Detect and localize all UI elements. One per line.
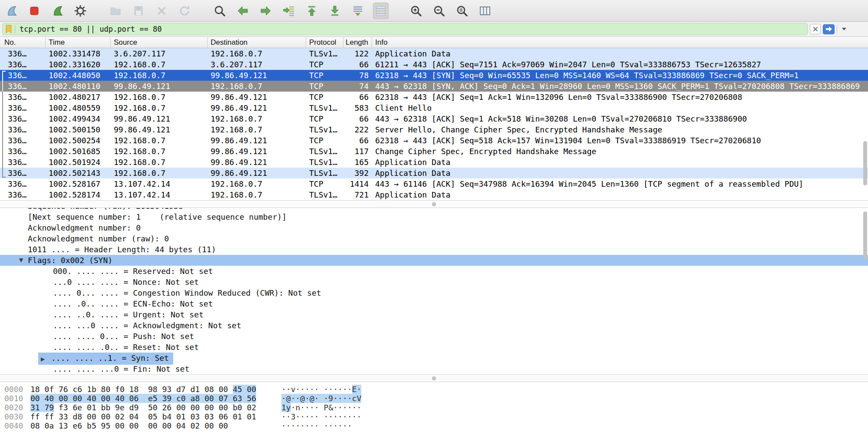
stop-capture-button[interactable] (26, 3, 42, 19)
packet-row[interactable]: 336…1002.3314783.6.207.117192.168.0.7TLS… (0, 48, 868, 59)
packet-cell-length: 66 (343, 92, 372, 102)
hex-row[interactable]: 000018 0f 76 c6 1b 80 f0 18 98 93 d7 d1 … (0, 385, 868, 394)
packet-row[interactable]: 336…1002.48011099.86.49.121192.168.0.7TC… (0, 81, 868, 92)
packet-cell-destination: 192.168.0.7 (208, 113, 306, 124)
hex-row[interactable]: 004008 0a 13 e6 b5 95 00 00 00 00 04 02 … (0, 421, 868, 430)
packet-row[interactable]: 336…1002.331620192.168.0.73.6.207.117TCP… (0, 59, 868, 70)
detail-row[interactable]: 000. .... .... = Reserved: Not set (0, 266, 868, 277)
save-file-button[interactable] (131, 3, 146, 19)
zoom-in-button[interactable] (408, 3, 424, 19)
detail-row[interactable]: Sequence number (raw): 2665041958 (0, 208, 868, 211)
detail-row[interactable]: .... 0... .... = Congestion Window Reduc… (0, 287, 868, 298)
gear-icon (74, 4, 87, 17)
resize-columns-button[interactable] (477, 3, 493, 19)
detail-row[interactable]: ▼Flags: 0x002 (SYN) (0, 255, 868, 266)
detail-row[interactable]: [Next sequence number: 1 (relative seque… (0, 211, 868, 222)
zoom-out-button[interactable] (431, 3, 447, 19)
restart-capture-button[interactable] (50, 3, 65, 19)
reload-file-button[interactable] (177, 3, 192, 19)
packet-cell-protocol: TLSv1… (306, 102, 343, 113)
details-scrollbar-thumb[interactable] (863, 211, 867, 260)
packet-row[interactable]: 336…1002.49943499.86.49.121192.168.0.7TC… (0, 113, 868, 124)
packet-row[interactable]: 336…1002.52817413.107.42.14192.168.0.7TL… (0, 189, 868, 200)
packet-row[interactable]: 336…1002.501685192.168.0.799.86.49.121TL… (0, 146, 868, 157)
zoom-original-button[interactable] (454, 3, 470, 19)
packet-row[interactable]: 336…1002.480217192.168.0.799.86.49.121TC… (0, 92, 868, 102)
go-to-packet-button[interactable] (281, 3, 297, 19)
packet-cell-source: 192.168.0.7 (111, 135, 208, 146)
packet-cell-length: 78 (343, 70, 372, 81)
packet-cell-source: 99.86.49.121 (111, 81, 208, 92)
packet-cell-time: 1002.480217 (46, 92, 111, 102)
open-file-button[interactable] (108, 3, 123, 19)
hex-offset: 0000 (4, 385, 23, 394)
display-filter-input[interactable]: tcp.port == 80 || udp.port == 80 (2, 23, 808, 35)
column-header-destination[interactable]: Destination (208, 37, 306, 48)
auto-scroll-button[interactable] (350, 3, 366, 19)
packet-cell-destination: 99.86.49.121 (208, 168, 306, 178)
detail-row[interactable]: ...0 .... .... = Nonce: Not set (0, 277, 868, 287)
packet-cell-info: 62318 → 443 [SYN] Seq=0 Win=65535 Len=0 … (372, 70, 868, 81)
expander-icon[interactable]: ▼ (19, 255, 23, 266)
packet-cell-protocol: TLSv1… (306, 189, 343, 200)
detail-row[interactable]: .... ..0. .... = Urgent: Not set (0, 309, 868, 320)
find-packet-button[interactable] (212, 3, 228, 19)
packet-cell-no: 336… (0, 81, 46, 92)
filter-clear-button[interactable] (810, 24, 821, 34)
filter-dropdown-button[interactable] (839, 24, 849, 34)
detail-row[interactable]: Acknowledgment number (raw): 0 (0, 233, 868, 244)
detail-row[interactable]: Acknowledgment number: 0 (0, 222, 868, 233)
detail-row[interactable]: 1011 .... = Header Length: 44 bytes (11) (0, 244, 868, 255)
packet-cell-no: 336… (0, 135, 46, 146)
capture-options-button[interactable] (73, 3, 88, 19)
packet-list-scrollbar-thumb[interactable] (863, 141, 867, 185)
packet-row[interactable]: 336…1002.500254192.168.0.799.86.49.121TC… (0, 135, 868, 146)
pane-splitter-upper[interactable] (0, 200, 868, 208)
goto-packet-icon (282, 4, 295, 17)
hex-row[interactable]: 002031 79 f3 6e 01 bb 9e d9 50 26 00 00 … (0, 403, 868, 412)
pane-splitter-lower[interactable] (0, 374, 868, 382)
packet-row[interactable]: 336…1002.501924192.168.0.799.86.49.121TL… (0, 157, 868, 168)
column-header-length[interactable]: Length (343, 37, 372, 48)
hex-row[interactable]: 001000 40 00 00 40 00 40 06 e5 39 c0 a8 … (0, 394, 868, 403)
packet-row[interactable]: 336…1002.50015099.86.49.121192.168.0.7TL… (0, 124, 868, 135)
packet-cell-time: 1002.480559 (46, 102, 111, 113)
packet-list-body: 336…1002.3314783.6.207.117192.168.0.7TLS… (0, 48, 868, 200)
start-capture-button[interactable] (3, 3, 19, 19)
detail-row[interactable]: .... .... ...0 = Fin: Not set (0, 363, 868, 374)
conversation-marker (2, 81, 3, 92)
conversation-marker (2, 92, 3, 102)
hex-row[interactable]: 0030ff ff 33 d8 00 00 02 04 05 b4 01 03 … (0, 412, 868, 421)
packet-row[interactable]: 336…1002.480559192.168.0.799.86.49.121TL… (0, 102, 868, 113)
packet-cell-time: 1002.528174 (46, 189, 111, 200)
packet-row[interactable]: 336…1002.448050192.168.0.799.86.49.121TC… (0, 70, 868, 81)
column-header-no[interactable]: No. (0, 37, 46, 48)
last-packet-button[interactable] (327, 3, 343, 19)
packet-row[interactable]: 336…1002.502143192.168.0.799.86.49.121TL… (0, 168, 868, 178)
packet-cell-protocol: TCP (306, 81, 343, 92)
column-header-time[interactable]: Time (46, 37, 111, 48)
go-back-button[interactable] (235, 3, 251, 19)
packet-cell-source: 192.168.0.7 (111, 157, 208, 168)
go-forward-button[interactable] (258, 3, 274, 19)
detail-row[interactable]: .... .... 0... = Push: Not set (0, 331, 868, 342)
hex-ascii: 1y·n···· P&······ (281, 403, 361, 412)
column-header-source[interactable]: Source (111, 37, 208, 48)
filter-apply-button[interactable] (823, 24, 835, 34)
detail-row[interactable]: .... .0.. .... = ECN-Echo: Not set (0, 298, 868, 309)
detail-row[interactable]: ▶.... .... ..1. = Syn: Set (0, 353, 868, 363)
filter-bookmark-icon[interactable] (3, 25, 15, 33)
hex-bytes: 18 0f 76 c6 1b 80 f0 18 98 93 d7 d1 08 0… (30, 385, 256, 394)
packet-cell-destination: 192.168.0.7 (208, 124, 306, 135)
packet-cell-destination: 99.86.49.121 (208, 92, 306, 102)
first-packet-button[interactable] (304, 3, 320, 19)
detail-row[interactable]: .... .... .0.. = Reset: Not set (0, 342, 868, 353)
close-icon (155, 4, 168, 17)
column-header-info[interactable]: Info (372, 37, 868, 48)
close-file-button[interactable] (154, 3, 169, 19)
detail-row[interactable]: .... ...0 .... = Acknowledgment: Not set (0, 320, 868, 331)
colorize-button[interactable] (373, 3, 389, 19)
packet-cell-protocol: TLSv1… (306, 157, 343, 168)
column-header-protocol[interactable]: Protocol (306, 37, 343, 48)
packet-row[interactable]: 336…1002.52816713.107.42.14192.168.0.7TC… (0, 178, 868, 189)
